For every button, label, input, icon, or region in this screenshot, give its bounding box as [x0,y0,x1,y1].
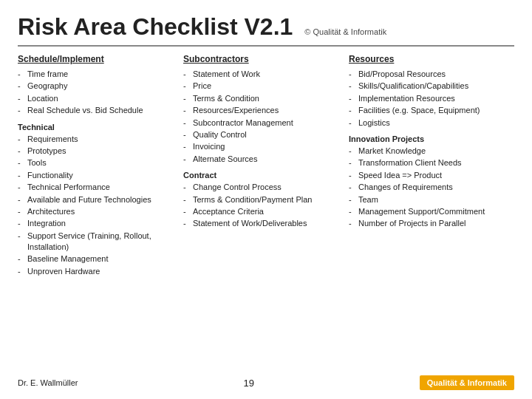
list-dash: - [18,206,25,217]
list-item: -Real Schedule vs. Bid Schedule [18,105,176,116]
list-item-text: Transformation Client Needs [358,157,507,168]
page-title: Risk Area Checklist V2.1 [18,13,293,41]
section-title: Technical [18,123,176,132]
list-item: -Speed Idea => Product [349,170,507,181]
list-item-text: Time frame [27,69,176,80]
list-item-text: Prototypes [27,146,176,157]
list-item: -Market Knowledge [349,146,507,157]
list-dash: - [183,69,191,80]
list-dash: - [183,218,191,229]
list-item: -Quality Control [183,129,341,140]
list-item-text: Statement of Work [193,69,341,80]
list-dash: - [349,146,356,157]
list-dash: - [18,218,25,229]
list-item: -Facilities (e.g. Space, Equipment) [349,105,507,116]
list-item: -Number of Projects in Parallel [349,218,507,229]
col-header-subcontractors: Subcontractors [183,54,341,64]
list-item-text: Integration [27,218,176,229]
col-schedule: Schedule/Implement-Time frame-Geography-… [18,54,183,366]
list-dash: - [349,157,356,168]
list-item-text: Changes of Requirements [358,182,507,193]
header: Risk Area Checklist V2.1 © Qualität & In… [18,13,514,41]
list-dash: - [349,69,356,80]
list-dash: - [18,93,25,104]
list-item-text: Technical Performance [27,182,176,193]
list-item: -Tools [18,157,176,168]
list-item-text: Quality Control [193,129,341,140]
list-item-text: Acceptance Criteria [193,206,341,217]
list-item: -Acceptance Criteria [183,206,341,217]
list-item-text: Tools [27,157,176,168]
col-resources: Resources-Bid/Proposal Resources-Skills/… [349,54,514,366]
list-item-text: Implementation Resources [358,93,507,104]
list-item-text: Skills/Qualification/Capabilities [358,81,507,92]
list-item-text: Requirements [27,134,176,145]
list-item-text: Price [193,81,341,92]
list-dash: - [18,170,25,181]
list-item-text: Number of Projects in Parallel [358,218,507,229]
list-item: -Subcontractor Management [183,117,341,129]
col-header-resources: Resources [349,54,507,64]
list-dash: - [349,117,356,129]
list-item: -Functionality [18,170,176,181]
list-dash: - [18,146,25,157]
list-item: -Technical Performance [18,182,176,193]
list-dash: - [18,105,25,116]
list-item: -Baseline Management [18,253,176,265]
list-dash: - [183,194,191,205]
list-dash: - [349,218,356,229]
list-dash: - [18,182,25,193]
list-item-text: Team [358,194,507,205]
list-dash: - [18,253,25,265]
list-item: -Statement of Work [183,69,341,80]
list-item: -Bid/Proposal Resources [349,69,507,80]
list-dash: - [18,157,25,168]
list-dash: - [349,170,356,181]
list-item: -Location [18,93,176,104]
list-item: -Unproven Hardware [18,266,176,277]
list-item: -Terms & Condition [183,93,341,104]
list-item: -Changes of Requirements [349,182,507,193]
list-item-text: Functionality [27,170,176,181]
list-item-text: Subcontractor Management [193,117,341,129]
list-item: -Geography [18,81,176,92]
list-dash: - [183,154,191,165]
list-item: -Time frame [18,69,176,80]
list-item: -Skills/Qualification/Capabilities [349,81,507,92]
list-dash: - [183,105,191,116]
list-item-text: Invoicing [193,141,341,152]
list-dash: - [349,206,356,217]
list-dash: - [18,69,25,80]
list-item-text: Market Knowledge [358,146,507,157]
list-item: -Resources/Experiences [183,105,341,116]
list-dash: - [18,194,25,205]
list-item: -Requirements [18,134,176,145]
section-title: Innovation Projects [349,134,507,143]
list-item-text: Facilities (e.g. Space, Equipment) [358,105,507,116]
list-item-text: Architectures [27,206,176,217]
list-dash: - [183,93,191,104]
list-item-text: Bid/Proposal Resources [358,69,507,80]
list-item-text: Statement of Work/Deliverables [193,218,341,229]
list-item: -Transformation Client Needs [349,157,507,168]
list-item: -Prototypes [18,146,176,157]
list-dash: - [183,117,191,129]
footer-author: Dr. E. Wallmüller [18,378,78,387]
page: Risk Area Checklist V2.1 © Qualität & In… [0,0,532,399]
header-divider [18,45,514,47]
list-item-text: Change Control Process [193,182,341,193]
list-dash: - [18,231,25,242]
list-item: -Logistics [349,117,507,129]
list-dash: - [18,134,25,145]
list-item-text: Available and Future Technologies [27,194,176,205]
list-dash: - [183,81,191,92]
col-header-schedule: Schedule/Implement [18,54,176,64]
list-dash: - [349,81,356,92]
page-subtitle: © Qualität & Informatik [304,27,386,36]
list-item: -Architectures [18,206,176,217]
list-item-text: Management Support/Commitment [358,206,507,217]
list-dash: - [183,182,191,193]
footer: Dr. E. Wallmüller 19 Qualität & Informat… [18,372,514,390]
list-item: -Price [183,81,341,92]
list-dash: - [349,194,356,205]
